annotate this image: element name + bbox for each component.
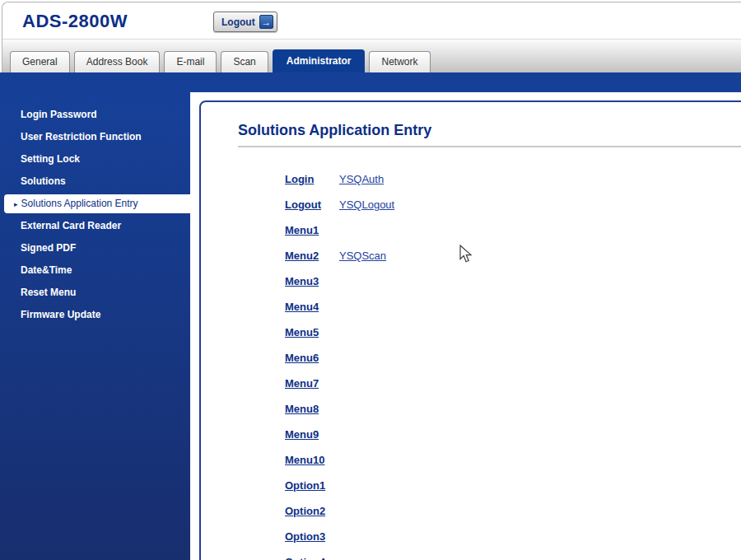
sidebar-item-label: Reset Menu bbox=[21, 287, 76, 298]
tab-general[interactable]: General bbox=[10, 51, 70, 72]
sidebar-item-login-password[interactable]: Login Password bbox=[0, 104, 190, 126]
entry-row: Menu7 bbox=[285, 378, 741, 390]
entry-link-menu2[interactable]: Menu2 bbox=[285, 250, 339, 262]
sidebar-item-label: Date&Time bbox=[21, 264, 72, 276]
entry-link-option1[interactable]: Option1 bbox=[285, 480, 339, 492]
tab-address-book[interactable]: Address Book bbox=[74, 51, 161, 72]
tab-label: Administrator bbox=[287, 55, 352, 67]
tab-label: Network bbox=[381, 56, 417, 68]
entry-row: Option4 bbox=[285, 557, 741, 560]
sidebar-item-label: Firmware Update bbox=[21, 309, 100, 320]
triangle-right-icon: ▸ bbox=[14, 200, 18, 208]
top-chrome: ADS-2800W Logout → GeneralAddress BookE-… bbox=[2, 2, 741, 72]
tab-label: Scan bbox=[233, 56, 255, 68]
entry-row: Menu6 bbox=[285, 352, 741, 364]
tab-strip: GeneralAddress BookE-mailScanAdministrat… bbox=[2, 40, 741, 72]
sidebar-item-reset-menu[interactable]: Reset Menu bbox=[0, 282, 190, 304]
entry-row: Login YSQAuth bbox=[285, 174, 741, 185]
sidebar-item-date-time[interactable]: Date&Time bbox=[0, 259, 190, 282]
page: ADS-2800W Logout → GeneralAddress BookE-… bbox=[0, 0, 741, 560]
app-title: ADS-2800W bbox=[22, 11, 128, 32]
sidebar-item-external-card-reader[interactable]: External Card Reader bbox=[0, 215, 190, 237]
sidebar-item-setting-lock[interactable]: Setting Lock bbox=[0, 148, 190, 170]
entry-value-ysqscan[interactable]: YSQScan bbox=[339, 250, 386, 262]
body-row: Login PasswordUser Restriction FunctionS… bbox=[0, 92, 741, 560]
sidebar-item-label: Solutions bbox=[21, 175, 66, 187]
logout-arrow-icon: → bbox=[259, 15, 273, 29]
sidebar-item-label: Signed PDF bbox=[21, 242, 76, 254]
sidebar-item-firmware-update[interactable]: Firmware Update bbox=[0, 304, 190, 326]
page-title: Solutions Application Entry bbox=[238, 122, 741, 139]
sidebar-item-label: User Restriction Function bbox=[21, 131, 142, 142]
entry-link-menu5[interactable]: Menu5 bbox=[285, 327, 339, 338]
logout-button[interactable]: Logout → bbox=[213, 12, 277, 32]
entry-link-menu4[interactable]: Menu4 bbox=[285, 301, 339, 313]
tab-label: E-mail bbox=[176, 56, 204, 68]
tab-label: General bbox=[22, 56, 58, 68]
entry-row: Option3 bbox=[285, 531, 741, 543]
content-area: Solutions Application Entry Login YSQAut… bbox=[190, 92, 741, 560]
entry-link-menu8[interactable]: Menu8 bbox=[285, 404, 339, 415]
tab-network[interactable]: Network bbox=[369, 51, 430, 72]
logout-button-label: Logout bbox=[221, 16, 255, 28]
entry-row: Option2 bbox=[285, 506, 741, 517]
entry-value-ysqauth[interactable]: YSQAuth bbox=[339, 174, 384, 185]
entry-link-menu6[interactable]: Menu6 bbox=[285, 352, 339, 364]
entry-value-ysqlogout[interactable]: YSQLogout bbox=[339, 199, 394, 211]
entry-link-option3[interactable]: Option3 bbox=[285, 531, 339, 543]
tab-bar: GeneralAddress BookE-mailScanAdministrat… bbox=[10, 49, 431, 72]
entry-link-menu3[interactable]: Menu3 bbox=[285, 276, 339, 287]
entry-link-menu1[interactable]: Menu1 bbox=[285, 225, 339, 236]
entry-link-option2[interactable]: Option2 bbox=[285, 506, 339, 517]
accent-band bbox=[0, 72, 741, 92]
entry-row: Menu1 bbox=[285, 225, 741, 236]
tab-label: Address Book bbox=[86, 56, 148, 68]
app-header: ADS-2800W Logout → bbox=[2, 2, 741, 40]
sidebar-nav: Login PasswordUser Restriction FunctionS… bbox=[0, 92, 190, 560]
tab-e-mail[interactable]: E-mail bbox=[164, 51, 217, 72]
entry-link-menu7[interactable]: Menu7 bbox=[285, 378, 339, 390]
entry-row: Logout YSQLogout bbox=[285, 199, 741, 211]
sidebar-item-label: External Card Reader bbox=[21, 220, 121, 231]
sidebar-item-solutions-application-entry[interactable]: ▸Solutions Application Entry bbox=[4, 194, 190, 213]
sidebar-item-user-restriction-function[interactable]: User Restriction Function bbox=[0, 126, 190, 148]
entry-row: Menu3 bbox=[285, 276, 741, 287]
title-divider bbox=[238, 146, 741, 147]
sidebar-item-label: Setting Lock bbox=[21, 153, 80, 165]
entry-row: Menu10 bbox=[285, 455, 741, 466]
entry-row: Option1 bbox=[285, 480, 741, 492]
tab-administrator[interactable]: Administrator bbox=[273, 49, 366, 72]
entry-row: Menu5 bbox=[285, 327, 741, 338]
entry-row: Menu9 bbox=[285, 429, 741, 441]
content-panel: Solutions Application Entry Login YSQAut… bbox=[199, 100, 741, 560]
sidebar-item-label: Solutions Application Entry bbox=[21, 198, 138, 209]
sidebar-item-signed-pdf[interactable]: Signed PDF bbox=[0, 237, 190, 259]
entry-link-menu9[interactable]: Menu9 bbox=[285, 429, 339, 441]
entry-row: Menu2 YSQScan bbox=[285, 250, 741, 262]
entry-row: Menu8 bbox=[285, 404, 741, 415]
entry-row: Menu4 bbox=[285, 301, 741, 313]
sidebar-item-solutions[interactable]: Solutions bbox=[0, 170, 190, 193]
entry-list: Login YSQAuth Logout YSQLogout Menu1 Men… bbox=[285, 174, 741, 560]
entry-link-logout[interactable]: Logout bbox=[285, 199, 339, 211]
entry-link-option4[interactable]: Option4 bbox=[285, 557, 339, 560]
entry-link-login[interactable]: Login bbox=[285, 174, 339, 185]
sidebar-item-label: Login Password bbox=[21, 109, 97, 120]
tab-scan[interactable]: Scan bbox=[221, 51, 268, 72]
entry-link-menu10[interactable]: Menu10 bbox=[285, 455, 339, 466]
